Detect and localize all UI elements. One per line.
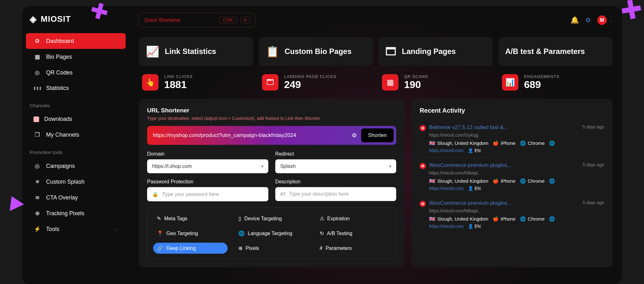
feature-expiration[interactable]: ⚠Expiration: [316, 213, 391, 224]
flag-icon: 🇬🇧: [429, 178, 435, 184]
stat-label: LANDING PAGE CLICKS: [284, 74, 337, 79]
topbar: Quick Shortener CTRL K 🔔 ⚙ M ⌄: [139, 13, 612, 27]
feature-label: Device Targeting: [244, 216, 282, 222]
refresh-icon: ↻: [320, 230, 324, 236]
sidebar-item-label: Tools: [46, 226, 59, 233]
tab-label: Landing Pages: [402, 47, 456, 56]
decoration-plus: [622, 0, 641, 19]
url-input[interactable]: https://myshop.com/product?utm_campaign-…: [153, 132, 347, 139]
shorten-button[interactable]: Shorten: [361, 128, 394, 142]
redirect-select-value: Splash: [280, 163, 296, 169]
activity-time: 5 days ago: [583, 124, 605, 129]
feature-ab-testing[interactable]: ↻A/B Testing: [316, 228, 391, 239]
tab-custom-bio-pages[interactable]: 📋 Custom Bio Pages: [259, 37, 373, 66]
panel-title: Recent Activity: [420, 107, 604, 114]
feature-geo-targeting[interactable]: 📍Geo Targeting: [153, 228, 228, 239]
activity-device: iPhone: [501, 178, 516, 184]
feature-pixels[interactable]: ⊕Pixels: [235, 243, 309, 254]
bell-icon[interactable]: 🔔: [570, 16, 579, 24]
chevron-down-icon: ▾: [389, 164, 391, 169]
stat-landing-page-clicks: 🗔 LANDING PAGE CLICKS 249: [262, 74, 369, 91]
tab-ab-test[interactable]: A/B test & Parameters: [498, 37, 613, 66]
sidebar-item-tools[interactable]: ⚡ Tools ⌄: [26, 221, 126, 237]
feature-parameters[interactable]: #Parameters: [316, 243, 391, 254]
activity-url: https://miosit.com/GyKqg: [420, 133, 604, 138]
tab-label: Custom Bio Pages: [285, 47, 352, 56]
activity-title[interactable]: WooCommerce premium plugins...: [429, 200, 579, 206]
adjust-icon[interactable]: ⚙: [352, 132, 357, 139]
panel-title: URL Shortener: [147, 107, 396, 114]
page-icon: 🗔: [262, 74, 278, 91]
chrome-icon: 🌐: [520, 216, 526, 222]
stat-label: QR SCANS: [404, 74, 428, 79]
logo-icon: ◈: [30, 14, 37, 24]
activity-location: Slough, United Kingdom: [437, 140, 488, 146]
activity-badge: M: [420, 201, 426, 207]
redirect-select[interactable]: Splash ▾: [275, 159, 397, 173]
quick-shortener-search[interactable]: Quick Shortener CTRL K: [139, 13, 256, 27]
domain-select[interactable]: https://l.shop.com ▾: [147, 159, 268, 173]
settings-icon[interactable]: ⚙: [585, 16, 591, 24]
user-menu[interactable]: M ⌄: [597, 15, 612, 25]
sidebar-item-label: Dashboard: [46, 38, 74, 44]
chevron-down-icon: ▾: [261, 164, 263, 169]
activity-title[interactable]: WooCommerce premium plugins...: [429, 162, 579, 169]
sidebar-item-cta-overlay[interactable]: ≋ CTA Overlay: [26, 190, 126, 205]
sliders-icon: ⚙: [33, 38, 41, 44]
feature-label: Pixels: [246, 246, 259, 251]
sidebar-item-custom-splash[interactable]: ✳ Custom Splash: [26, 174, 126, 190]
link-icon: 🔗: [157, 245, 163, 251]
activity-link[interactable]: https://miosit.com: [429, 186, 463, 191]
stat-label: LINK CLICKS: [164, 74, 193, 79]
window-icon: 🗔: [385, 45, 396, 58]
activity-lang: EN: [474, 186, 480, 191]
chevron-down-icon: ⌄: [115, 227, 118, 231]
stats-row: 👆 LINK CLICKS 1881 🗔 LANDING PAGE CLICKS…: [139, 66, 612, 99]
activity-time: 5 days ago: [583, 200, 605, 205]
click-icon: 👆: [142, 74, 158, 91]
sidebar-item-qr-codes[interactable]: ◎ QR Codes: [26, 65, 126, 80]
sidebar-item-tracking-pixels[interactable]: ⊕ Tracking Pixels: [26, 205, 126, 221]
activity-title[interactable]: Betheme v27.5.12 nulled fast &...: [429, 124, 579, 131]
stat-value: 190: [404, 79, 428, 91]
sidebar-item-label: Campaigns: [46, 163, 75, 169]
stat-link-clicks: 👆 LINK CLICKS 1881: [142, 74, 249, 91]
main-content: Quick Shortener CTRL K 🔔 ⚙ M ⌄ 📈: [129, 6, 622, 284]
activity-link[interactable]: https://miosit.com: [429, 148, 463, 153]
activity-browser: Chrome: [528, 178, 545, 184]
folder-icon: [33, 116, 39, 122]
sidebar-item-campaigns[interactable]: ◎ Campaigns: [26, 158, 126, 174]
activity-url: https://miosit.com/NBwpL: [420, 208, 604, 213]
app-window: ◈ MIOSIT ⚙ Dashboard ▦ Bio Pages ◎ QR Co…: [22, 6, 622, 284]
tab-label: A/B test & Parameters: [505, 47, 585, 56]
sidebar-item-label: My Channels: [46, 132, 79, 138]
sidebar-item-dashboard[interactable]: ⚙ Dashboard: [26, 33, 126, 49]
password-input[interactable]: 🔒 Type your password here: [147, 187, 268, 201]
sidebar-item-label: Bio Pages: [46, 54, 72, 60]
globe-icon: 🌐: [549, 178, 555, 184]
tab-link-statistics[interactable]: 📈 Link Statistics: [139, 37, 253, 66]
activity-link[interactable]: https://miosit.com: [429, 224, 463, 229]
decoration-triangle: [4, 193, 24, 211]
description-input[interactable]: 🏷 Type your description here: [275, 187, 397, 201]
chevron-down-icon: ⌄: [609, 18, 612, 22]
sidebar-item-downloads[interactable]: Downloads: [26, 111, 126, 127]
cube-icon: ❒: [33, 131, 41, 138]
feature-language-targeting[interactable]: 🌐Language Targeting: [235, 228, 309, 239]
feature-deep-linking[interactable]: 🔗Deep Linking: [153, 243, 228, 254]
brand-logo[interactable]: ◈ MIOSIT: [22, 14, 129, 33]
feature-device-targeting[interactable]: ▯Device Targeting: [235, 213, 309, 224]
sidebar-item-bio-pages[interactable]: ▦ Bio Pages: [26, 49, 126, 65]
activity-item: M WooCommerce premium plugins... 5 days …: [420, 196, 604, 233]
chrome-icon: 🌐: [520, 178, 526, 184]
feature-meta-tags[interactable]: ✎Meta Tags: [153, 213, 228, 224]
layout-icon: ▦: [33, 53, 41, 60]
url-input-row: https://myshop.com/product?utm_campaign-…: [147, 126, 396, 145]
feature-label: Expiration: [327, 216, 350, 222]
feature-label: Language Targeting: [248, 231, 292, 236]
sidebar-item-my-channels[interactable]: ❒ My Channels: [26, 127, 126, 143]
sidebar-item-statistics[interactable]: ⫾⫾⫾ Statistics: [26, 80, 126, 96]
sparkle-icon: ✳: [33, 178, 41, 185]
user-icon: 👤: [468, 148, 473, 153]
tab-landing-pages[interactable]: 🗔 Landing Pages: [379, 37, 493, 66]
